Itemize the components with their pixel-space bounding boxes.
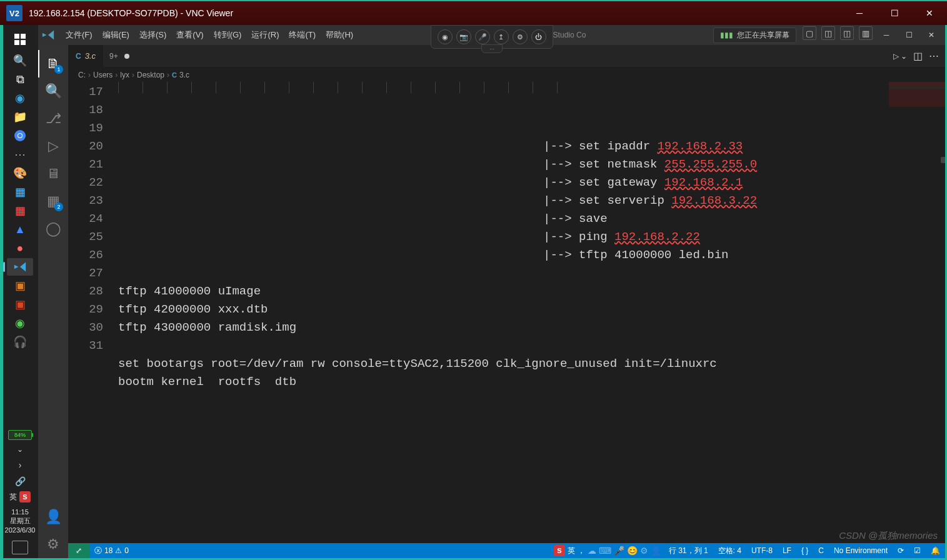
vscode-close-button[interactable]: ✕ (921, 26, 941, 44)
vscode-taskbar-icon[interactable] (7, 258, 33, 276)
tray-chevron-icon[interactable]: › (19, 460, 22, 470)
file-explorer-icon[interactable]: 📁 (7, 108, 33, 126)
vscode-minimize-button[interactable]: ─ (876, 26, 896, 44)
source-control-icon[interactable]: ⎇ (38, 105, 68, 132)
vnc-maximize-button[interactable]: ☐ (877, 1, 912, 26)
encoding-indicator[interactable]: UTF-8 (746, 543, 778, 558)
braces-indicator[interactable]: { } (796, 543, 813, 558)
env-indicator[interactable]: No Environment (829, 543, 893, 558)
menu-run[interactable]: 运行(R) (246, 27, 284, 43)
minimap[interactable] (889, 82, 945, 107)
settings-gear-icon[interactable]: ⚙ (38, 531, 68, 558)
layout-toggle-4[interactable]: ▥ (859, 26, 873, 40)
session-power-icon[interactable]: ⏻ (531, 29, 546, 44)
code-content[interactable]: |--> set ipaddr 192.168.2.33|--> set net… (118, 82, 945, 543)
status-more-1[interactable]: ⟳ (893, 543, 909, 558)
taskbar-app-2[interactable]: 🎨 (7, 164, 33, 182)
menu-go[interactable]: 转到(G) (209, 27, 247, 43)
session-toolbar-handle[interactable]: ⋯ (481, 44, 503, 53)
vnc-titlebar: V2 192.168.2.154 (DESKTOP-SO77PDB) - VNC… (0, 0, 947, 25)
eol-indicator[interactable]: LF (778, 543, 796, 558)
windows-taskbar: 🔍 ⧉ ◉ 📁 ⋯ 🎨 ▦ ▦ ▲ ● ▣ ▣ ◉ 🎧 84% ⌄ › 🔗 英 … (2, 25, 38, 558)
svg-rect-3 (21, 40, 26, 45)
sogou-status-icon: S (554, 545, 565, 556)
split-editor-icon[interactable]: ◫ (913, 50, 923, 62)
vnc-window-title: 192.168.2.154 (DESKTOP-SO77PDB) - VNC Vi… (29, 8, 842, 18)
kb-icon-6: 👤 (651, 546, 661, 556)
tab-meta: 9+ (103, 45, 136, 67)
status-more-2[interactable]: ☑ (909, 543, 926, 558)
menu-terminal[interactable]: 终端(T) (284, 27, 321, 43)
taskbar-clock[interactable]: 11:15 星期五 2023/6/30 (5, 508, 36, 534)
extensions-icon[interactable]: ▦2 (38, 188, 68, 215)
taskbar-app-3[interactable]: ▦ (7, 183, 33, 201)
status-bell-icon[interactable]: 🔔 (926, 543, 945, 558)
menu-edit[interactable]: 编辑(E) (98, 27, 134, 43)
breadcrumb[interactable]: C:› Users› lyx› Desktop› C 3.c (68, 67, 945, 82)
start-button[interactable] (7, 28, 33, 51)
taskbar-app-7[interactable]: ▣ (7, 277, 33, 294)
svg-point-6 (18, 134, 22, 138)
vnc-minimize-button[interactable]: ─ (842, 1, 877, 26)
dirty-indicator-icon (124, 54, 129, 59)
task-view-icon[interactable]: ⧉ (7, 71, 33, 88)
search-icon[interactable]: 🔍 (7, 52, 33, 69)
remote-explorer-icon[interactable]: 🖥 (38, 160, 68, 188)
menu-view[interactable]: 查看(V) (171, 27, 208, 43)
ime-indicator[interactable]: 英 S (9, 491, 31, 502)
session-upload-icon[interactable]: ↥ (494, 29, 509, 44)
floating-session-toolbar[interactable]: ◉ 📷 🎤 ↥ ⚙ ⏻ ⋯ (431, 25, 553, 49)
accounts-icon[interactable]: 👤 (38, 503, 68, 531)
layout-toggle-1[interactable]: ▢ (803, 26, 816, 40)
menu-file[interactable]: 文件(F) (61, 27, 98, 43)
vscode-maximize-button[interactable]: ☐ (899, 26, 919, 44)
taskbar-app-6[interactable]: ● (7, 239, 33, 257)
tab-more-icon[interactable]: ⋯ (929, 50, 939, 62)
ime-statusbar[interactable]: S 英 ， ☁ ⌨ 🎤 😊 ⚙ 👤 (554, 545, 661, 556)
taskbar-app-8[interactable]: ▣ (7, 296, 33, 313)
chrome-icon[interactable] (7, 127, 33, 144)
svg-rect-0 (14, 34, 19, 39)
taskbar-app-10[interactable]: 🎧 (7, 333, 33, 351)
line-gutter: 171819202122232425262728293031 (68, 82, 118, 543)
warning-icon: ⚠ (115, 546, 122, 555)
taskbar-app-4[interactable]: ▦ (7, 202, 33, 219)
problems-indicator[interactable]: ⓧ18 ⚠0 (89, 543, 134, 558)
scrollbar[interactable] (938, 82, 945, 543)
menu-help[interactable]: 帮助(H) (321, 27, 358, 43)
explorer-icon[interactable]: 🗎1 (38, 50, 68, 78)
session-settings-icon[interactable]: ⚙ (513, 29, 528, 44)
kb-icon-4: 😊 (627, 546, 638, 556)
session-camera-icon[interactable]: 📷 (456, 29, 471, 44)
taskbar-app-5[interactable]: ▲ (7, 221, 33, 238)
screen-share-badge[interactable]: ▮▮▮ 您正在共享屏幕 (713, 28, 796, 43)
vnc-close-button[interactable]: ✕ (912, 1, 947, 26)
tray-expand-icon[interactable]: ⌄ (7, 443, 33, 456)
language-indicator[interactable]: C (813, 543, 829, 558)
cursor-position[interactable]: 行 31，列 1 (664, 543, 713, 558)
tab-3c[interactable]: C 3.c (68, 45, 103, 67)
edge-icon[interactable]: ◉ (7, 89, 33, 107)
notification-icon[interactable] (12, 541, 28, 554)
indent-guides (118, 82, 945, 94)
taskbar-app-9[interactable]: ◉ (7, 314, 33, 332)
battery-indicator[interactable]: 84% (8, 430, 32, 440)
vscode-window: ◉ 📷 🎤 ↥ ⚙ ⏻ ⋯ 文件(F) 编辑(E) 选择(S) 查看(V) 转到… (38, 25, 945, 558)
run-debug-icon[interactable]: ▷ (38, 132, 68, 160)
indent-indicator[interactable]: 空格: 4 (713, 543, 746, 558)
code-editor[interactable]: 171819202122232425262728293031 |--> set … (68, 82, 945, 543)
vscode-logo-icon (42, 29, 54, 41)
github-icon[interactable]: ◯ (38, 215, 68, 242)
tray-link-icon[interactable]: 🔗 (7, 474, 33, 488)
taskbar-app-1[interactable]: ⋯ (7, 146, 33, 163)
layout-toggle-3[interactable]: ◫ (840, 26, 854, 40)
session-mic-icon[interactable]: 🎤 (475, 29, 490, 44)
menu-selection[interactable]: 选择(S) (134, 27, 171, 43)
session-record-icon[interactable]: ◉ (438, 29, 453, 44)
layout-toggle-2[interactable]: ◫ (821, 26, 835, 40)
run-triangle-icon[interactable]: ▷ ⌄ (893, 52, 907, 61)
remote-indicator-icon[interactable]: ⤢ (68, 543, 89, 558)
search-activity-icon[interactable]: 🔍 (38, 78, 68, 105)
error-icon: ⓧ (94, 546, 102, 556)
watermark: CSDN @孤独memories (839, 530, 938, 542)
